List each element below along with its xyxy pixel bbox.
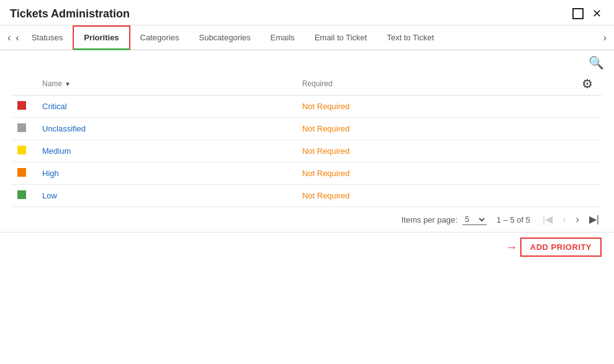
row-name-cell[interactable]: High [37,162,297,185]
row-color-cell [12,162,37,185]
toolbar: 🔍 [0,50,614,73]
add-priority-button[interactable]: ADD PRIORITY [520,237,602,257]
footer-bar: → ADD PRIORITY [0,232,614,262]
items-per-page-label: Items per page: [401,215,457,224]
row-name-cell[interactable]: Critical [37,95,297,118]
row-required-cell: Not Required [297,185,577,207]
priority-name[interactable]: Unclassified [42,124,86,133]
pagination-range: 1 – 5 of 5 [497,215,530,224]
settings-icon[interactable]: ⚙ [582,77,593,91]
row-color-cell [12,118,37,140]
table-row: High Not Required [12,162,602,185]
row-name-cell[interactable]: Medium [37,140,297,162]
window-square-icon[interactable] [571,6,585,21]
tab-text-to-ticket[interactable]: Text to Ticket [377,27,444,48]
priority-name[interactable]: Critical [42,102,67,111]
pagination-prev[interactable]: ‹ [560,213,568,226]
color-indicator [17,146,26,154]
row-color-cell [12,185,37,207]
tab-bar: ‹ ‹ Statuses Priorities Categories Subca… [0,25,614,50]
tab-subcategories[interactable]: Subcategories [189,27,260,48]
table-row: Medium Not Required [12,140,602,162]
row-action-cell [577,95,602,118]
row-required-cell: Not Required [297,118,577,140]
tab-nav-next[interactable]: › [601,27,609,48]
priority-name[interactable]: High [42,169,59,178]
table-row: Low Not Required [12,185,602,207]
page-title: Tickets Administration [10,7,130,20]
row-color-cell [12,140,37,162]
row-action-cell [577,140,602,162]
required-value: Not Required [302,102,350,111]
color-indicator [17,101,26,110]
color-indicator [17,168,26,177]
required-value: Not Required [302,124,350,133]
pagination-next[interactable]: › [574,213,582,226]
row-action-cell [577,185,602,207]
close-icon[interactable]: ✕ [589,6,604,21]
color-indicator [17,190,26,199]
tab-nav-prev2[interactable]: ‹ [13,28,21,48]
pagination-first[interactable]: |◀ [540,213,555,226]
col-header-settings: ⚙ [577,73,602,95]
table-container: Name ▼ Required ⚙ Critical Not [0,73,614,207]
row-required-cell: Not Required [297,95,577,118]
table-row: Unclassified Not Required [12,118,602,140]
row-required-cell: Not Required [297,162,577,185]
items-per-page-select[interactable]: 5102550 [463,214,487,225]
tab-nav-prev1[interactable]: ‹ [5,28,13,48]
row-name-cell[interactable]: Unclassified [37,118,297,140]
required-value: Not Required [302,146,350,156]
row-color-cell [12,95,37,118]
tab-email-to-ticket[interactable]: Email to Ticket [305,27,377,48]
sort-icon: ▼ [65,81,71,87]
add-priority-arrow-icon: → [505,240,518,254]
add-priority-area: → ADD PRIORITY [505,237,602,257]
required-value: Not Required [302,169,350,178]
tab-statuses[interactable]: Statuses [22,27,73,48]
title-bar-icons: ✕ [571,6,604,21]
row-action-cell [577,118,602,140]
priority-name[interactable]: Medium [42,146,71,156]
row-action-cell [577,162,602,185]
tab-emails[interactable]: Emails [261,27,305,48]
col-header-color [12,73,37,95]
required-value: Not Required [302,191,350,200]
pagination-last[interactable]: ▶| [587,213,602,226]
priority-name[interactable]: Low [42,191,57,200]
color-indicator [17,123,26,132]
search-icon[interactable]: 🔍 [589,55,604,70]
row-required-cell: Not Required [297,140,577,162]
tab-priorities[interactable]: Priorities [73,25,130,50]
pagination-bar: Items per page: 5102550 1 – 5 of 5 |◀ ‹ … [0,207,614,232]
priorities-table: Name ▼ Required ⚙ Critical Not [12,73,602,207]
title-bar: Tickets Administration ✕ [0,0,614,25]
table-row: Critical Not Required [12,95,602,118]
row-name-cell[interactable]: Low [37,185,297,207]
tab-categories[interactable]: Categories [130,27,189,48]
col-header-name[interactable]: Name ▼ [37,73,297,95]
col-header-required: Required [297,73,577,95]
